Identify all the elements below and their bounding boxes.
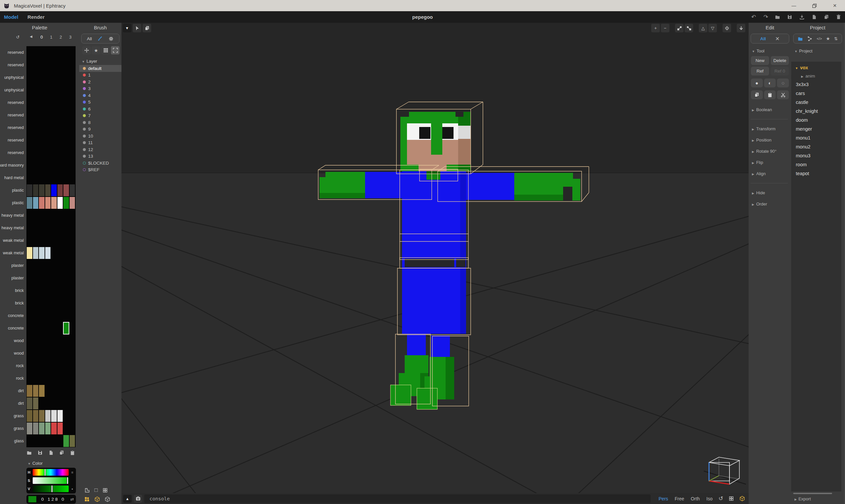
palette-index-0[interactable]: 0 bbox=[38, 35, 45, 40]
trash-icon[interactable] bbox=[836, 14, 842, 20]
current-color-swatch[interactable] bbox=[29, 496, 36, 502]
copy-button[interactable] bbox=[751, 90, 763, 99]
color-section-header[interactable]: ▼Color bbox=[28, 461, 42, 466]
palette-swatch[interactable] bbox=[27, 384, 33, 397]
layer-row[interactable]: 11 bbox=[79, 140, 122, 146]
project-item[interactable]: monu3 bbox=[791, 151, 841, 160]
triangle-up-button[interactable]: △ bbox=[699, 24, 707, 32]
paste-button[interactable] bbox=[764, 90, 776, 99]
palette-swatch[interactable] bbox=[27, 422, 33, 435]
palette-paste-icon[interactable] bbox=[70, 450, 75, 455]
layer-row[interactable]: 3 bbox=[79, 86, 122, 92]
tree-item-anim[interactable]: ▶anim bbox=[791, 72, 841, 80]
palette-swatch[interactable] bbox=[69, 184, 75, 197]
palette-new-icon[interactable] bbox=[48, 450, 54, 455]
layer-row[interactable]: 6 bbox=[79, 106, 122, 112]
project-item[interactable]: menger bbox=[791, 124, 841, 133]
square-display-icon[interactable]: □ bbox=[94, 487, 98, 493]
palette-index-2[interactable]: 2 bbox=[57, 35, 64, 40]
palette-grid[interactable] bbox=[27, 46, 75, 447]
link-in-icon[interactable] bbox=[685, 24, 693, 32]
palette-copy-icon[interactable] bbox=[59, 450, 64, 455]
expand-console-button[interactable]: ▲ bbox=[123, 495, 132, 503]
palette-swatch[interactable] bbox=[39, 247, 45, 259]
quad-display-icon[interactable] bbox=[102, 487, 108, 493]
undo-icon[interactable]: ↶ bbox=[750, 14, 757, 20]
circle-half-button[interactable]: ◐ bbox=[764, 78, 776, 87]
palette-swatch[interactable] bbox=[57, 422, 64, 435]
triangle-down-button[interactable]: ▽ bbox=[708, 24, 717, 32]
palette-swatch[interactable] bbox=[63, 197, 69, 209]
redo-icon[interactable]: ↷ bbox=[762, 14, 769, 20]
palette-swatch[interactable] bbox=[45, 422, 51, 435]
zoom-in-button[interactable]: ＋ bbox=[651, 24, 660, 32]
layer-row[interactable]: 9 bbox=[79, 126, 122, 133]
layer-row[interactable]: 12 bbox=[79, 146, 122, 153]
palette-swatch[interactable] bbox=[33, 197, 39, 209]
edit-section[interactable]: ▶Position bbox=[749, 134, 791, 145]
tree-item-vox[interactable]: ▼vox bbox=[791, 63, 841, 72]
tool-button[interactable]: Ref bbox=[751, 67, 769, 75]
rotate-reset-icon[interactable]: ↺ bbox=[719, 495, 723, 502]
cube-view-icon[interactable] bbox=[739, 496, 745, 501]
project-item[interactable]: monu1 bbox=[791, 133, 841, 142]
circle-filled-button[interactable]: ● bbox=[751, 78, 763, 87]
viewport[interactable]: ▼ ＋ − △ ▽ bbox=[122, 23, 749, 504]
tool-section-header[interactable]: ▼Tool bbox=[752, 49, 791, 53]
palette-swatch[interactable] bbox=[45, 247, 51, 259]
palette-swatch[interactable] bbox=[27, 410, 33, 422]
view-mode-button[interactable]: Orth bbox=[691, 496, 700, 501]
cube-solid-display-icon[interactable] bbox=[94, 497, 100, 502]
move-tool-button[interactable] bbox=[82, 46, 91, 54]
import-icon[interactable] bbox=[799, 14, 806, 20]
open-folder-icon[interactable] bbox=[775, 14, 781, 20]
view-cube[interactable] bbox=[704, 451, 746, 490]
project-item[interactable]: castle bbox=[791, 97, 841, 107]
edit-section[interactable]: ▶Order bbox=[749, 198, 791, 210]
palette-swatch[interactable] bbox=[39, 184, 45, 197]
edit-mode-all[interactable]: All bbox=[760, 36, 766, 41]
swap-colors-icon[interactable]: ⇄ bbox=[70, 497, 74, 502]
brush-mode-all[interactable]: All bbox=[87, 36, 92, 41]
collapse-button[interactable] bbox=[723, 24, 731, 32]
view-mode-button[interactable]: Pers bbox=[658, 496, 668, 501]
tool-button[interactable]: New bbox=[751, 56, 769, 65]
restore-button[interactable] bbox=[804, 0, 825, 11]
saturation-slider[interactable] bbox=[33, 477, 69, 484]
palette-swatch[interactable] bbox=[57, 184, 64, 197]
view-mode-button[interactable]: Iso bbox=[706, 496, 712, 501]
palette-swatch[interactable] bbox=[39, 422, 45, 435]
minimize-button[interactable]: — bbox=[784, 0, 804, 11]
new-file-icon[interactable] bbox=[811, 14, 818, 20]
cut-button[interactable] bbox=[777, 90, 789, 99]
copy-icon[interactable] bbox=[824, 14, 830, 20]
dot-icon[interactable]: ● bbox=[70, 487, 75, 490]
palette-swatch[interactable] bbox=[45, 184, 51, 197]
circle-dashed-button[interactable]: ◌ bbox=[777, 78, 789, 87]
expand-x-icon[interactable]: ✕ bbox=[775, 36, 779, 42]
palette-swatch[interactable] bbox=[57, 197, 64, 209]
palette-swatch[interactable] bbox=[33, 184, 39, 197]
menu-icon[interactable]: ≡ bbox=[70, 470, 75, 474]
layer-row[interactable]: 7 bbox=[79, 112, 122, 120]
edit-section[interactable]: ▶Boolean bbox=[749, 104, 791, 115]
palette-index-3[interactable]: 3 bbox=[67, 35, 74, 40]
edit-section[interactable]: ▶Transform bbox=[749, 123, 791, 134]
palette-swatch[interactable] bbox=[51, 422, 57, 435]
project-item[interactable]: 3x3x3 bbox=[791, 80, 841, 89]
camera-icon[interactable] bbox=[134, 495, 142, 503]
close-button[interactable]: ✕ bbox=[825, 0, 845, 11]
edit-section[interactable]: ▶Hide bbox=[749, 187, 791, 198]
cursor-tool-button[interactable] bbox=[133, 24, 141, 32]
palette-swatch[interactable] bbox=[33, 422, 39, 435]
palette-save-icon[interactable] bbox=[37, 450, 43, 455]
palette-swatch[interactable] bbox=[51, 197, 57, 209]
layer-row[interactable]: 4 bbox=[79, 92, 122, 99]
palette-swatch[interactable] bbox=[27, 184, 33, 197]
download-button[interactable] bbox=[737, 24, 745, 32]
split-grid-icon[interactable] bbox=[728, 496, 734, 501]
palette-swatch[interactable] bbox=[63, 184, 69, 197]
horizontal-scrollbar[interactable] bbox=[793, 493, 832, 494]
project-item[interactable]: cars bbox=[791, 89, 841, 97]
palette-swatch[interactable] bbox=[69, 197, 75, 209]
